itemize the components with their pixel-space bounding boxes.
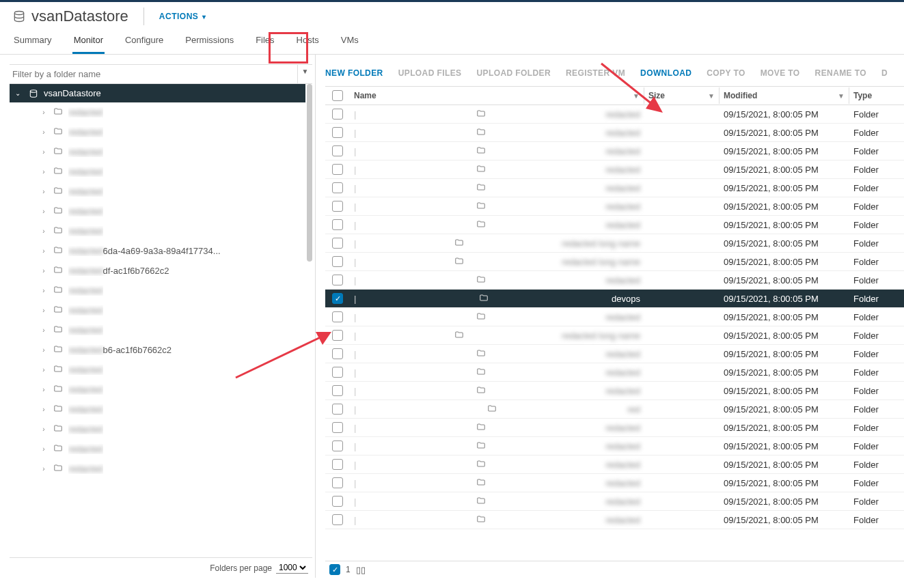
tree-item[interactable]: ›redacted xyxy=(10,162,312,182)
expand-icon[interactable]: › xyxy=(40,366,48,374)
tab-permissions[interactable]: Permissions xyxy=(184,29,235,54)
expand-icon[interactable]: › xyxy=(40,326,48,334)
row-checkbox[interactable]: ✓ xyxy=(332,293,343,304)
tree-item[interactable]: ›redacted xyxy=(10,459,312,479)
row-checkbox[interactable] xyxy=(332,201,343,212)
col-name-label[interactable]: Name xyxy=(354,91,376,100)
table-row[interactable]: |redacted09/15/2021, 8:00:05 PMFolder xyxy=(325,142,904,160)
table-row[interactable]: |redacted09/15/2021, 8:00:05 PMFolder xyxy=(325,271,904,290)
row-checkbox[interactable] xyxy=(332,440,343,451)
table-row[interactable]: |redacted long name09/15/2021, 8:00:05 P… xyxy=(325,253,904,271)
expand-icon[interactable]: › xyxy=(40,267,48,275)
row-checkbox[interactable] xyxy=(332,164,343,175)
table-row[interactable]: |redacted09/15/2021, 8:00:05 PMFolder xyxy=(325,160,904,179)
expand-icon[interactable]: › xyxy=(40,148,48,156)
row-checkbox[interactable] xyxy=(332,330,343,341)
table-row[interactable]: |redacted09/15/2021, 8:00:05 PMFolder xyxy=(325,511,904,529)
tree-item[interactable]: ›redacted xyxy=(10,122,312,142)
expand-icon[interactable]: › xyxy=(40,168,48,176)
table-row[interactable]: |redacted09/15/2021, 8:00:05 PMFolder xyxy=(325,216,904,234)
row-checkbox[interactable] xyxy=(332,238,343,249)
col-type-label[interactable]: Type xyxy=(853,91,872,100)
tab-monitor[interactable]: Monitor xyxy=(72,29,105,54)
tab-summary[interactable]: Summary xyxy=(12,29,53,54)
tree-item[interactable]: ›redacted xyxy=(10,419,312,439)
toolbar-download-button[interactable]: DOWNLOAD xyxy=(640,68,691,78)
table-row[interactable]: |redacted09/15/2021, 8:00:05 PMFolder xyxy=(325,474,904,492)
expand-icon[interactable]: › xyxy=(40,287,48,294)
tab-vms[interactable]: VMs xyxy=(340,29,360,54)
filter-icon[interactable]: ▼ xyxy=(297,65,312,83)
tree-item[interactable]: ›redactedb6-ac1f6b7662c2 xyxy=(10,340,312,360)
tree-item[interactable]: ›redacted xyxy=(10,360,312,380)
row-checkbox[interactable] xyxy=(332,109,343,120)
table-row[interactable]: |redacted09/15/2021, 8:00:05 PMFolder xyxy=(325,179,904,197)
expand-icon[interactable]: › xyxy=(40,425,48,433)
filter-icon[interactable]: ▼ xyxy=(633,92,640,100)
row-checkbox[interactable] xyxy=(332,311,343,322)
row-checkbox[interactable] xyxy=(332,219,343,230)
pager-select[interactable]: 1000 xyxy=(276,562,308,574)
tree-item[interactable]: ›redacted xyxy=(10,142,312,162)
table-row[interactable]: |redacted09/15/2021, 8:00:05 PMFolder xyxy=(325,105,904,124)
tree-item[interactable]: ›redacted xyxy=(10,439,312,459)
select-all-checkbox[interactable] xyxy=(332,90,343,101)
tree-item[interactable]: ›redacted xyxy=(10,300,312,320)
expand-icon[interactable]: › xyxy=(40,109,48,116)
table-row[interactable]: ✓|devops09/15/2021, 8:00:05 PMFolder xyxy=(325,290,904,308)
row-checkbox[interactable] xyxy=(332,404,343,415)
tree-item[interactable]: ›redacted xyxy=(10,400,312,419)
table-row[interactable]: |redacted09/15/2021, 8:00:05 PMFolder xyxy=(325,308,904,326)
row-checkbox[interactable] xyxy=(332,182,343,193)
row-checkbox[interactable] xyxy=(332,477,343,488)
row-checkbox[interactable] xyxy=(332,275,343,285)
table-row[interactable]: |red09/15/2021, 8:00:05 PMFolder xyxy=(325,400,904,419)
tab-configure[interactable]: Configure xyxy=(124,29,165,54)
table-row[interactable]: |redacted09/15/2021, 8:00:05 PMFolder xyxy=(325,492,904,511)
expand-icon[interactable]: › xyxy=(40,445,48,453)
tree-root-item[interactable]: ⌄ vsanDatastore xyxy=(10,84,305,102)
table-row[interactable]: |redacted09/15/2021, 8:00:05 PMFolder xyxy=(325,197,904,216)
expand-icon[interactable]: › xyxy=(40,346,48,354)
row-checkbox[interactable] xyxy=(332,145,343,156)
row-checkbox[interactable] xyxy=(332,127,343,138)
row-checkbox[interactable] xyxy=(332,348,343,359)
row-checkbox[interactable] xyxy=(332,422,343,433)
row-checkbox[interactable] xyxy=(332,459,343,470)
table-row[interactable]: |redacted09/15/2021, 8:00:05 PMFolder xyxy=(325,124,904,142)
row-checkbox[interactable] xyxy=(332,256,343,267)
expand-icon[interactable]: › xyxy=(40,128,48,136)
table-row[interactable]: |redacted long name09/15/2021, 8:00:05 P… xyxy=(325,326,904,345)
table-row[interactable]: |redacted09/15/2021, 8:00:05 PMFolder xyxy=(325,456,904,474)
row-checkbox[interactable] xyxy=(332,496,343,507)
row-checkbox[interactable] xyxy=(332,514,343,525)
expand-icon[interactable]: › xyxy=(40,208,48,215)
tree-item[interactable]: ›redacted xyxy=(10,201,312,221)
folder-filter-input[interactable] xyxy=(10,65,297,83)
tree-item[interactable]: ›redacted xyxy=(10,221,312,241)
collapse-icon[interactable]: ⌄ xyxy=(15,89,23,97)
expand-icon[interactable]: › xyxy=(40,465,48,473)
tab-files[interactable]: Files xyxy=(254,29,275,54)
row-checkbox[interactable] xyxy=(332,385,343,396)
expand-icon[interactable]: › xyxy=(40,406,48,413)
table-row[interactable]: |redacted09/15/2021, 8:00:05 PMFolder xyxy=(325,419,904,437)
expand-icon[interactable]: › xyxy=(40,247,48,255)
tree-item[interactable]: ›redacted xyxy=(10,182,312,201)
tree-item[interactable]: ›redacted xyxy=(10,102,312,122)
expand-icon[interactable]: › xyxy=(40,307,48,314)
scrollbar-thumb[interactable] xyxy=(307,84,312,262)
tree-item[interactable]: ›redacted6da-4a69-9a3a-89a4f17734... xyxy=(10,241,312,261)
col-modified-label[interactable]: Modified xyxy=(724,91,757,100)
table-row[interactable]: |redacted09/15/2021, 8:00:05 PMFolder xyxy=(325,437,904,456)
tree-item[interactable]: ›redacted xyxy=(10,380,312,400)
col-size-label[interactable]: Size xyxy=(648,91,665,100)
table-row[interactable]: |redacted09/15/2021, 8:00:05 PMFolder xyxy=(325,363,904,382)
folder-tree[interactable]: ⌄ vsanDatastore ›redacted›redacted›redac… xyxy=(10,84,312,558)
expand-icon[interactable]: › xyxy=(40,386,48,393)
toolbar-new-folder-button[interactable]: NEW FOLDER xyxy=(325,68,383,78)
tree-item[interactable]: ›redacted xyxy=(10,320,312,340)
row-checkbox[interactable] xyxy=(332,367,343,378)
actions-menu[interactable]: ACTIONS ▾ xyxy=(159,12,206,21)
expand-icon[interactable]: › xyxy=(40,188,48,195)
